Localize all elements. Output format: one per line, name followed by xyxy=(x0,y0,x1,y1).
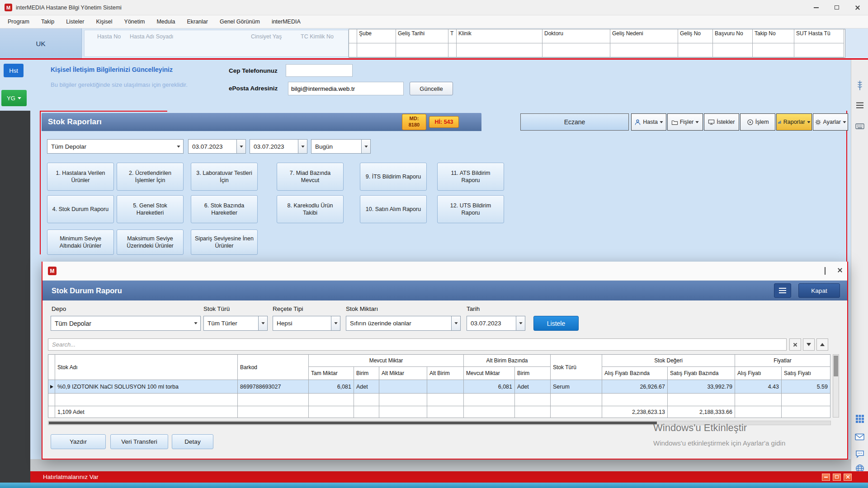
yazdir-button[interactable]: Yazdır xyxy=(51,434,106,449)
toolbar-ayarlar-button[interactable]: Ayarlar xyxy=(813,113,848,131)
search-prev-button[interactable] xyxy=(816,338,828,351)
col-satis-fiyati: Satış Fiyatı xyxy=(782,367,830,380)
summary-alis-total: 2,238,623.13 xyxy=(602,406,668,418)
listele-button[interactable]: Listele xyxy=(533,316,579,331)
reminder-close-button[interactable] xyxy=(844,474,852,481)
patient-search-input[interactable]: Hasta No Hasta Adı Soyadı Cinsiyet Yaş T… xyxy=(84,30,349,57)
maximize-icon xyxy=(825,267,826,275)
chevron-down-icon xyxy=(807,121,810,123)
menu-hamburger-button[interactable] xyxy=(774,283,791,298)
col-satis-bazinda: Satış Fiyatı Bazında xyxy=(668,367,735,380)
menu-bar: Program Takip Listeler Kişisel Yönetim M… xyxy=(0,15,868,28)
recete-tipi-label: Reçete Tipi xyxy=(273,305,303,312)
content-background-lower xyxy=(30,459,851,471)
search-clear-button[interactable] xyxy=(789,338,801,351)
veri-transferi-button[interactable]: Veri Transferi xyxy=(110,434,168,449)
report-button-10[interactable]: 10. Satın Alım Raporu xyxy=(360,195,427,223)
date-to-picker[interactable]: 03.07.2023 xyxy=(250,139,307,154)
menu-kisisel[interactable]: Kişisel xyxy=(90,15,118,28)
search-input[interactable] xyxy=(48,338,787,351)
depot-select[interactable]: Tüm Depolar xyxy=(47,139,184,154)
toolbar-hasta-button[interactable]: Hasta xyxy=(631,113,666,131)
phone-label: Cep Telefonunuz xyxy=(229,67,278,74)
stock-table: Stok Adı Barkod Mevcut Miktar Alt Birim … xyxy=(48,354,830,418)
date-from-picker[interactable]: 03.07.2023 xyxy=(188,139,246,154)
folder-icon xyxy=(671,119,678,126)
recete-tipi-select[interactable]: Hepsi xyxy=(273,316,340,331)
list-icon[interactable] xyxy=(854,100,866,110)
yg-button[interactable]: YG xyxy=(1,90,27,106)
report-button-8[interactable]: 8. Karekodlu Ürün Takibi xyxy=(277,195,344,223)
email-input[interactable] xyxy=(288,82,404,95)
chevron-down-icon xyxy=(236,140,245,153)
mail-icon[interactable] xyxy=(854,432,866,442)
menu-yonetim[interactable]: Yönetim xyxy=(118,15,151,28)
medical-caduceus-icon[interactable] xyxy=(854,80,866,91)
report-button-5[interactable]: 5. Genel Stok Hareketleri xyxy=(117,195,184,223)
stok-turu-select[interactable]: Tüm Türler xyxy=(203,316,268,331)
stok-miktari-select[interactable]: Sıfırın üzerinde olanlar xyxy=(346,316,461,331)
keyboard-icon[interactable] xyxy=(854,121,866,131)
yg-label: YG xyxy=(7,95,15,102)
reminder-text: Hatırlatmalarınız Var xyxy=(30,474,99,480)
menu-listeler[interactable]: Listeler xyxy=(60,15,90,28)
report-button-4[interactable]: 4. Stok Durum Raporu xyxy=(47,195,114,223)
report-button-11[interactable]: 11. ATS Bildirim Raporu xyxy=(437,163,504,191)
tarih-picker[interactable]: 03.07.2023 xyxy=(467,316,525,331)
close-icon xyxy=(793,343,797,347)
period-select[interactable]: Bugün xyxy=(311,139,371,154)
reminder-minimize-button[interactable] xyxy=(822,474,830,481)
report-button-7[interactable]: 7. Miad Bazında Mevcut xyxy=(277,163,344,191)
report-button-6[interactable]: 6. Stok Bazında Hareketler xyxy=(191,195,258,223)
menu-genel-gorunum[interactable]: Genel Görünüm xyxy=(214,15,266,28)
red-accent-top xyxy=(40,111,167,112)
menu-intermedia[interactable]: interMEDIA xyxy=(266,15,307,28)
menu-program[interactable]: Program xyxy=(2,15,35,28)
table-row[interactable]: %0,9 IZOTONIK NaCl SOLUSYON 100 ml torba xyxy=(55,380,238,394)
chat-icon[interactable] xyxy=(854,449,866,459)
hi-counter-badge[interactable]: Hİ: 543 xyxy=(429,116,459,128)
report-button-3[interactable]: 3. Laboratuvar Testleri İçin xyxy=(191,163,258,191)
search-next-button[interactable] xyxy=(803,338,815,351)
minimize-button[interactable] xyxy=(806,0,826,15)
hst-button[interactable]: Hst xyxy=(4,64,24,77)
reminder-bar[interactable]: Hatırlatmalarınız Var xyxy=(30,471,868,483)
report-button-12[interactable]: 12. UTS Bildirim Raporu xyxy=(437,195,504,223)
menu-takip[interactable]: Takip xyxy=(35,15,60,28)
kapat-button[interactable]: Kapat xyxy=(798,283,840,298)
eczane-button[interactable]: Eczane xyxy=(520,113,629,131)
depo-select[interactable]: Tüm Depolar xyxy=(51,316,201,331)
maximize-button[interactable] xyxy=(826,0,847,15)
stock-toolbar: Hasta Fişler İstekler İşlem Raporlar Aya… xyxy=(631,113,848,131)
toolbar-islem-button[interactable]: İşlem xyxy=(740,113,775,131)
col-alis-fiyati: Alış Fiyatı xyxy=(735,367,782,380)
dialog-maximize-button[interactable] xyxy=(825,267,826,274)
vertical-scrollbar[interactable] xyxy=(833,354,839,418)
window-title: interMEDIA Hastane Bilgi Yönetim Sistemi xyxy=(16,5,122,11)
reminder-restore-button[interactable] xyxy=(833,474,841,481)
menu-medula[interactable]: Medula xyxy=(151,15,181,28)
md-counter-badge[interactable]: MD: 8180 xyxy=(402,114,426,130)
report-button-min-seviye[interactable]: Minimum Seviye Altındaki Ürünler xyxy=(47,230,114,255)
guncelle-button[interactable]: Güncelle xyxy=(410,82,453,95)
scrollbar-thumb[interactable] xyxy=(834,356,838,376)
taskbar-sliver xyxy=(0,483,868,488)
toolbar-istekler-button[interactable]: İstekler xyxy=(704,113,739,131)
toolbar-raporlar-button[interactable]: Raporlar xyxy=(776,113,811,131)
app-grid-icon[interactable] xyxy=(854,414,866,424)
menu-ekranlar[interactable]: Ekranlar xyxy=(181,15,214,28)
row-arrow-icon xyxy=(50,385,53,389)
uk-mode-button[interactable]: UK xyxy=(0,28,82,58)
toolbar-fisler-button[interactable]: Fişler xyxy=(667,113,703,131)
sidebar xyxy=(0,111,30,483)
report-button-max-seviye[interactable]: Maksimum Seviye Üzerindeki Ürünler xyxy=(117,230,184,255)
detay-button[interactable]: Detay xyxy=(172,434,213,449)
report-button-siparis-seviye[interactable]: Sipariş Seviyesine İnen Ürünler xyxy=(191,230,258,255)
close-button[interactable] xyxy=(847,0,868,15)
chevron-down-icon xyxy=(361,140,370,153)
report-button-1[interactable]: 1. Hastalara Verilen Ürünler xyxy=(47,163,114,191)
report-button-9[interactable]: 9. İTS Bildirim Raporu xyxy=(360,163,427,191)
report-button-2[interactable]: 2. Ücretlendirilen İşlemler İçin xyxy=(117,163,184,191)
phone-input[interactable] xyxy=(286,64,353,77)
scrollbar-thumb[interactable] xyxy=(49,422,657,424)
